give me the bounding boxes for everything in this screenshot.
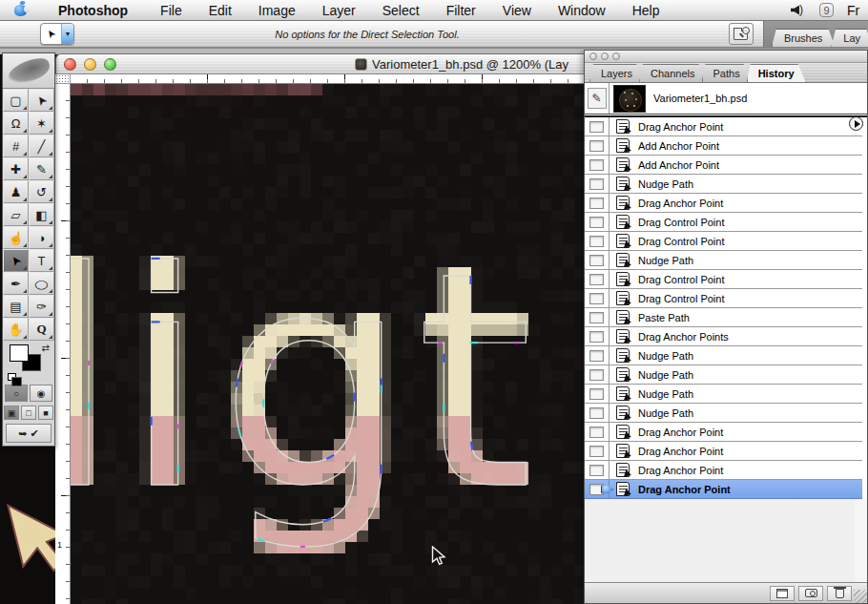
menu-clock[interactable]: Fr (847, 3, 868, 18)
fullscreen-menubar-button[interactable]: □ (21, 406, 36, 420)
set-source-cell[interactable] (585, 270, 610, 288)
tool-button[interactable]: ✶ (29, 112, 54, 135)
jump-to-imageready-button[interactable]: ➥ ✔ (6, 424, 52, 443)
tool-button[interactable]: ➤ (3, 249, 29, 272)
menu-item[interactable]: View (489, 0, 545, 21)
set-source-cell[interactable] (585, 156, 610, 174)
tool-button[interactable]: # (3, 135, 29, 157)
set-source-cell[interactable] (585, 194, 610, 212)
tool-button[interactable]: ✚ (3, 157, 29, 180)
set-source-cell[interactable] (585, 346, 610, 364)
apple-menu-icon[interactable] (13, 3, 28, 17)
set-source-cell[interactable] (585, 232, 610, 250)
set-source-cell[interactable] (585, 442, 610, 460)
tool-button[interactable]: ▤ (3, 295, 29, 318)
tool-button[interactable]: ▢ (3, 89, 29, 112)
tool-button[interactable]: ↺ (29, 180, 54, 203)
resize-grip[interactable] (854, 590, 867, 603)
history-state-row[interactable]: Drag Anchor Point (585, 194, 862, 213)
tool-button[interactable]: ◧ (29, 203, 54, 226)
menu-item[interactable]: Select (369, 0, 433, 21)
history-state-row[interactable]: Drag Anchor Point (585, 423, 862, 442)
tool-button[interactable]: ✑ (29, 295, 54, 318)
history-state-row[interactable]: Nudge Path (585, 346, 862, 365)
new-document-from-state-button[interactable] (770, 586, 795, 601)
toolbox-header[interactable] (3, 53, 54, 89)
menu-item[interactable]: Window (545, 0, 619, 21)
delete-state-button[interactable] (827, 586, 852, 601)
set-source-cell[interactable] (585, 289, 610, 307)
history-state-row[interactable]: Nudge Path (585, 385, 862, 404)
palette-tab[interactable]: History (747, 64, 806, 82)
set-source-cell[interactable] (585, 327, 610, 345)
history-state-row[interactable]: Nudge Path (585, 404, 862, 423)
history-state-row[interactable]: Drag Control Point (585, 289, 862, 308)
menu-item[interactable]: File (147, 0, 196, 21)
palette-well-tab[interactable]: Brushes (772, 29, 835, 47)
default-colors-icon[interactable] (8, 373, 16, 381)
set-source-cell[interactable] (585, 385, 610, 403)
volume-icon[interactable]: ) (791, 4, 806, 17)
standard-screen-button[interactable]: ▣ (4, 406, 19, 420)
snapshot-thumbnail[interactable] (613, 85, 646, 113)
snapshot-name[interactable]: Variometer1_bh.psd (653, 93, 747, 104)
tool-button[interactable]: ☝ (3, 226, 29, 249)
history-state-row[interactable]: Add Anchor Point (585, 156, 862, 175)
quick-mask-button[interactable]: ◉ (30, 385, 52, 402)
palette-tab[interactable]: Channels (639, 64, 706, 82)
set-source-cell[interactable] (585, 213, 610, 231)
tool-button[interactable]: Ω (3, 112, 29, 135)
history-state-row[interactable]: Nudge Path (585, 251, 862, 270)
fullscreen-button[interactable]: ■ (38, 406, 53, 420)
menu-item[interactable]: Filter (433, 0, 489, 21)
tool-button[interactable]: ♟ (3, 180, 29, 203)
palette-zoom-button[interactable] (612, 52, 620, 60)
history-state-row[interactable]: Drag Anchor Point (585, 117, 862, 136)
palette-menu-button[interactable] (849, 116, 863, 131)
menu-item[interactable]: Layer (309, 0, 369, 21)
history-state-row[interactable]: Drag Control Point (585, 213, 862, 232)
history-state-row[interactable]: Drag Anchor Points (585, 327, 862, 346)
menu-item[interactable]: Edit (196, 0, 245, 21)
history-brush-source-column[interactable]: ✎ (585, 83, 610, 114)
history-state-row[interactable]: Paste Path (585, 308, 862, 327)
file-browser-button[interactable] (729, 23, 754, 45)
history-state-row[interactable]: Add Anchor Point (585, 136, 862, 156)
snapshot-row[interactable]: ✎ Variometer1_bh.psd (585, 83, 867, 115)
set-source-cell[interactable] (585, 308, 610, 326)
set-source-cell[interactable] (585, 404, 610, 422)
palette-titlebar[interactable] (585, 51, 867, 63)
tool-button[interactable]: ✋ (3, 318, 29, 341)
set-source-cell[interactable] (585, 251, 610, 269)
tool-button[interactable]: ✒ (3, 272, 29, 295)
history-state-row[interactable]: Drag Control Point (585, 270, 862, 289)
new-snapshot-button[interactable] (798, 586, 823, 601)
tool-button[interactable]: ▱ (3, 203, 29, 226)
tool-button[interactable]: ╱ (29, 135, 54, 157)
status-badge-icon[interactable]: 9 (819, 3, 834, 17)
menu-app-name[interactable]: Photoshop (45, 0, 147, 21)
tool-button[interactable]: ✎ (29, 157, 54, 180)
palette-tab[interactable]: Layers (589, 64, 644, 82)
canvas-pixels[interactable] (71, 84, 584, 604)
tool-button[interactable]: Q (29, 318, 54, 341)
history-state-row[interactable]: Drag Control Point (585, 232, 862, 251)
history-state-row[interactable]: Drag Anchor Point (585, 442, 862, 461)
palette-well-tab[interactable]: Lay (831, 29, 868, 47)
history-state-row[interactable]: Nudge Path (585, 175, 862, 194)
swap-colors-icon[interactable]: ⇄ (42, 343, 50, 353)
palette-tab[interactable]: Paths (702, 64, 752, 82)
history-state-row[interactable]: Nudge Path (585, 365, 862, 385)
set-source-cell[interactable] (585, 175, 610, 193)
history-state-row[interactable]: Drag Anchor Point (585, 461, 862, 480)
tool-button[interactable]: ◑ (29, 226, 54, 249)
set-source-cell[interactable] (585, 136, 610, 155)
tool-button[interactable]: T (29, 249, 54, 272)
set-source-cell[interactable] (585, 461, 610, 479)
palette-minimize-button[interactable] (601, 52, 609, 60)
tool-button[interactable]: ◯ (29, 272, 54, 295)
menu-item[interactable]: Help (619, 0, 673, 21)
standard-mode-button[interactable]: ○ (5, 385, 28, 402)
menu-item[interactable]: Image (245, 0, 309, 21)
palette-close-button[interactable] (589, 52, 597, 60)
